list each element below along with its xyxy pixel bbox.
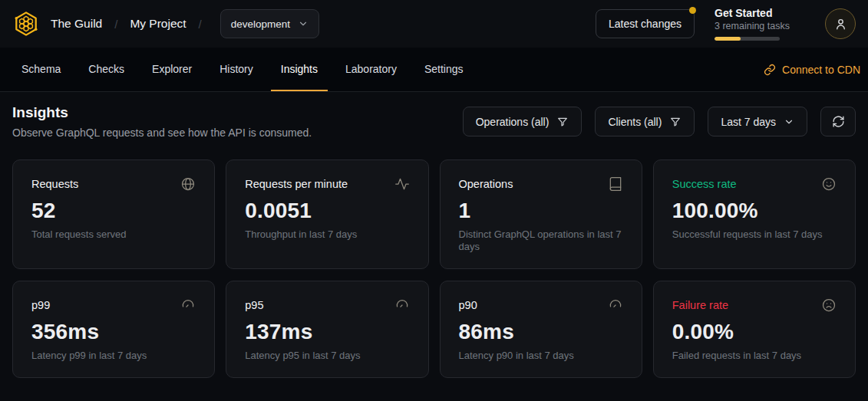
filter-funnel-icon <box>556 116 569 128</box>
environment-select-value: development <box>231 18 290 30</box>
metric-card: Success rate 100.00% Successful requests… <box>653 159 856 269</box>
metric-value: 52 <box>31 199 196 223</box>
metric-subtitle: Latency p90 in last 7 days <box>459 350 623 362</box>
environment-select[interactable]: development <box>220 9 319 38</box>
metric-value: 137ms <box>245 320 409 344</box>
clients-filter-button[interactable]: Clients (all) <box>595 107 695 136</box>
metric-title: Operations <box>459 176 513 190</box>
gauge-icon <box>608 297 623 313</box>
metric-value: 0.0051 <box>245 199 409 223</box>
notification-dot-icon <box>689 7 696 14</box>
get-started-progressbar <box>715 37 780 41</box>
person-icon <box>833 17 848 31</box>
globe-icon <box>180 176 196 192</box>
metric-title: Requests <box>31 176 78 190</box>
metric-cards-grid: Requests 52 Total requests served Reques… <box>12 159 856 378</box>
metric-card: Requests per minute 0.0051 Throughput in… <box>226 159 428 269</box>
top-bar: The Guild / My Project / development Lat… <box>0 0 868 48</box>
user-avatar[interactable] <box>825 8 856 39</box>
metric-card: Failure rate 0.00% Failed requests in la… <box>653 281 856 378</box>
metric-subtitle: Total requests served <box>31 228 196 241</box>
link-icon <box>764 64 776 76</box>
guild-logo-icon[interactable] <box>12 10 40 38</box>
metric-value: 86ms <box>459 320 623 344</box>
insights-page: Insights Observe GraphQL requests and se… <box>0 92 868 390</box>
operations-filter-button[interactable]: Operations (all) <box>463 107 583 136</box>
tab-schema[interactable]: Schema <box>12 48 71 91</box>
refresh-button[interactable] <box>820 107 856 136</box>
tab-laboratory[interactable]: Laboratory <box>335 48 407 91</box>
metric-subtitle: Latency p99 in last 7 days <box>31 350 196 362</box>
tab-checks[interactable]: Checks <box>78 48 134 91</box>
tab-history[interactable]: History <box>210 48 263 91</box>
tab-insights[interactable]: Insights <box>271 48 328 91</box>
metric-title: p99 <box>31 297 50 311</box>
get-started-remaining-tasks: 3 remaining tasks <box>715 21 805 31</box>
breadcrumb-separator: / <box>113 18 119 31</box>
metric-title: Failure rate <box>672 297 728 311</box>
metric-subtitle: Distinct GraphQL operations in last 7 da… <box>459 228 623 254</box>
activity-icon <box>394 176 410 192</box>
metric-title: Success rate <box>672 176 737 190</box>
metric-title: p90 <box>459 297 477 311</box>
metric-value: 100.00% <box>672 199 837 223</box>
metric-subtitle: Throughput in last 7 days <box>245 228 409 241</box>
tab-explorer[interactable]: Explorer <box>142 48 202 91</box>
breadcrumb: The Guild / My Project / <box>51 17 203 31</box>
page-title: Insights <box>12 104 312 121</box>
metric-title: p95 <box>245 297 263 311</box>
get-started-progress-fill <box>715 37 741 41</box>
metric-subtitle: Failed requests in last 7 days <box>672 350 837 362</box>
latest-changes-button[interactable]: Latest changes <box>596 9 695 38</box>
frown-icon <box>821 297 837 313</box>
metric-card: p95 137ms Latency p95 in last 7 days <box>226 281 428 378</box>
breadcrumb-org[interactable]: The Guild <box>51 17 102 31</box>
gauge-icon <box>394 297 410 313</box>
metric-subtitle: Latency p95 in last 7 days <box>245 350 409 362</box>
connect-to-cdn-link[interactable]: Connect to CDN <box>764 48 860 91</box>
get-started-widget[interactable]: Get Started 3 remaining tasks <box>715 7 805 41</box>
chevron-down-icon <box>784 117 794 127</box>
project-nav: SchemaChecksExplorerHistoryInsightsLabor… <box>0 48 868 92</box>
metric-value: 356ms <box>31 320 196 344</box>
filter-toolbar: Operations (all) Clients (all) Last 7 da… <box>463 107 856 136</box>
filter-funnel-icon <box>669 116 682 128</box>
metric-card: p99 356ms Latency p99 in last 7 days <box>12 281 215 378</box>
metric-title: Requests per minute <box>245 176 348 190</box>
book-icon <box>608 176 623 192</box>
metric-card: p90 86ms Latency p90 in last 7 days <box>440 281 642 378</box>
gauge-icon <box>180 297 196 313</box>
metric-value: 0.00% <box>672 320 837 344</box>
metric-card: Requests 52 Total requests served <box>12 159 215 269</box>
page-subtitle: Observe GraphQL requests and see how the… <box>12 127 312 139</box>
get-started-title: Get Started <box>715 7 805 19</box>
refresh-icon <box>832 115 845 128</box>
nav-tabs: SchemaChecksExplorerHistoryInsightsLabor… <box>8 48 477 91</box>
page-heading-block: Insights Observe GraphQL requests and se… <box>12 104 312 139</box>
tab-settings[interactable]: Settings <box>414 48 474 91</box>
chevron-down-icon <box>298 18 309 29</box>
breadcrumb-separator: / <box>197 18 203 31</box>
metric-card: Operations 1 Distinct GraphQL operations… <box>440 159 642 269</box>
metric-subtitle: Successful requests in last 7 days <box>672 228 837 241</box>
metric-value: 1 <box>459 199 623 223</box>
breadcrumb-project[interactable]: My Project <box>130 17 186 31</box>
smile-icon <box>821 176 837 192</box>
date-range-select[interactable]: Last 7 days <box>708 107 807 136</box>
